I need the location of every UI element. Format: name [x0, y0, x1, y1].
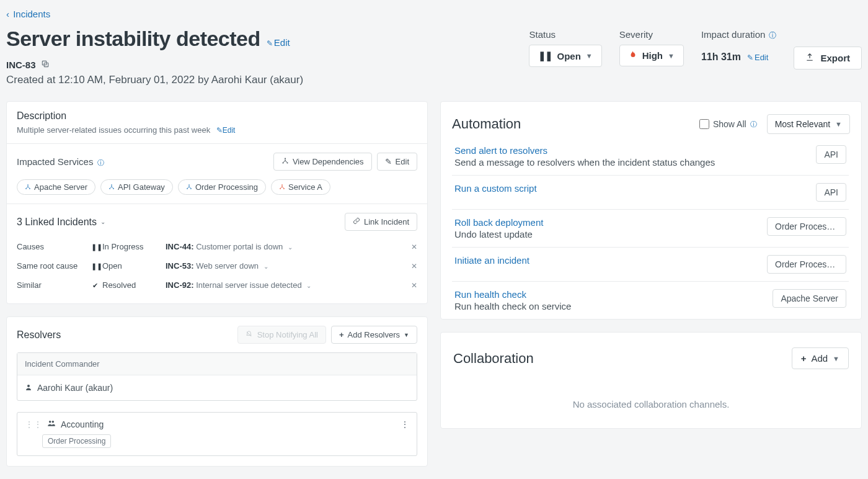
pause-icon: ❚❚: [538, 50, 552, 61]
info-icon[interactable]: ⓘ: [97, 159, 104, 166]
service-chip-label: Apache Server: [34, 182, 87, 192]
linked-incidents-table: Causes❚❚In ProgressINC-44: Customer port…: [17, 237, 417, 295]
automation-badge[interactable]: API: [816, 145, 846, 164]
show-all-checkbox[interactable]: Show All ⓘ: [699, 119, 757, 129]
unlink-button[interactable]: ✕: [399, 256, 417, 275]
stop-notifying-button: Stop Notifying All: [237, 326, 326, 344]
user-icon: [25, 383, 32, 393]
chevron-down-icon: ▼: [833, 355, 839, 362]
check-icon: ✔: [91, 282, 99, 290]
link-icon: [353, 217, 360, 226]
pause-icon: ❚❚: [91, 262, 99, 271]
pencil-icon: ✎: [216, 126, 223, 135]
linked-incident-row: Causes❚❚In ProgressINC-44: Customer port…: [17, 237, 417, 256]
automation-badge[interactable]: API: [816, 183, 846, 202]
resolver-group-box: ⋮⋮ Accounting ⋮ Order Processing: [17, 412, 417, 456]
service-chip[interactable]: Apache Server: [17, 179, 95, 195]
automation-badge[interactable]: Apache Server: [773, 289, 846, 308]
automation-title[interactable]: Roll back deployment: [454, 217, 757, 228]
severity-label: Severity: [619, 29, 684, 40]
automation-title[interactable]: Run health check: [454, 289, 763, 300]
svg-point-3: [282, 163, 283, 164]
incident-id: INC-83: [6, 60, 36, 70]
automation-title[interactable]: Run a custom script: [454, 183, 806, 194]
linked-status: ✔Resolved: [91, 275, 166, 295]
view-dependencies-button[interactable]: View Dependencies: [273, 153, 372, 171]
incident-commander-name: Aarohi Kaur (akaur): [37, 383, 113, 393]
svg-point-2: [285, 158, 286, 159]
add-collaboration-button[interactable]: + Add ▼: [792, 347, 849, 369]
impact-label: Impact duration ⓘ: [701, 29, 777, 41]
info-icon[interactable]: ⓘ: [750, 120, 757, 129]
status-dropdown[interactable]: ❚❚ Open ▼: [529, 45, 601, 67]
unlink-button[interactable]: ✕: [399, 237, 417, 256]
service-icon: [186, 184, 192, 191]
pause-icon: ❚❚: [91, 243, 99, 251]
svg-point-14: [281, 184, 283, 186]
export-button[interactable]: Export: [794, 47, 862, 69]
breadcrumb-label: Incidents: [13, 9, 50, 19]
copy-icon[interactable]: [41, 60, 50, 70]
chevron-down-icon[interactable]: ⌄: [264, 263, 268, 270]
chevron-down-icon: ▼: [404, 332, 409, 338]
service-icon: [279, 184, 285, 191]
chevron-down-icon[interactable]: ⌄: [288, 244, 293, 251]
edit-impacted-button[interactable]: ✎ Edit: [377, 153, 417, 171]
svg-point-8: [111, 184, 112, 186]
impacted-heading: Impacted Services: [17, 156, 93, 167]
automation-title[interactable]: Initiate an incident: [454, 255, 757, 266]
service-chip-label: Service A: [288, 182, 322, 192]
unlink-button[interactable]: ✕: [399, 275, 417, 295]
svg-point-16: [283, 188, 285, 189]
linked-incident-row: Same root cause❚❚OpenINC-53: Web server …: [17, 256, 417, 275]
linked-incidents-body: Causes❚❚In ProgressINC-44: Customer port…: [17, 237, 417, 295]
automation-description: Send a message to resolvers when the inc…: [454, 157, 806, 168]
chevron-down-icon: ▼: [668, 52, 675, 60]
created-at-line: Created at 12:10 AM, February 01, 2022 b…: [6, 74, 529, 86]
show-all-input[interactable]: [699, 119, 709, 129]
chevron-down-icon[interactable]: ⌄: [306, 282, 311, 289]
linked-incident-cell[interactable]: INC-92: Internal server issue detected ⌄: [166, 275, 399, 295]
severity-dropdown[interactable]: High ▼: [619, 45, 684, 66]
svg-point-9: [109, 188, 110, 189]
svg-point-5: [27, 184, 29, 186]
svg-point-11: [188, 184, 190, 186]
linked-relation: Causes: [17, 237, 91, 256]
linked-incidents-toggle[interactable]: 3 Linked Incidents ⌄: [17, 217, 105, 228]
service-chip-label: API Gateway: [118, 182, 165, 192]
linked-incident-cell[interactable]: INC-44: Customer portal is down ⌄: [166, 237, 399, 256]
service-chip-label: Order Processing: [195, 182, 258, 192]
pencil-icon: ✎: [747, 53, 753, 62]
automation-badge[interactable]: Order Processing: [767, 217, 846, 236]
edit-description-link[interactable]: ✎Edit: [216, 126, 236, 135]
edit-title-link[interactable]: ✎Edit: [267, 37, 290, 48]
edit-impact-link[interactable]: ✎Edit: [747, 53, 768, 62]
linked-incident-cell[interactable]: INC-53: Web server down ⌄: [166, 256, 399, 275]
automation-description: Run health check on service: [454, 301, 763, 311]
chevron-down-icon: ⌄: [100, 218, 105, 225]
automation-item: Roll back deploymentUndo latest updateOr…: [452, 209, 849, 247]
svg-point-4: [286, 163, 288, 164]
more-menu-button[interactable]: ⋮: [401, 419, 409, 429]
automation-title[interactable]: Send alert to resolvers: [454, 145, 806, 156]
linked-status: ❚❚In Progress: [91, 237, 166, 256]
service-chip[interactable]: Order Processing: [178, 179, 266, 195]
chevron-left-icon: ‹: [6, 9, 9, 19]
link-incident-button[interactable]: Link Incident: [345, 213, 417, 231]
automation-sort-dropdown[interactable]: Most Relevant ▼: [767, 114, 850, 134]
service-chip[interactable]: Service A: [271, 179, 330, 195]
svg-point-6: [25, 188, 27, 189]
flame-icon: [629, 50, 637, 61]
automation-item: Run a custom scriptAPI: [452, 175, 849, 209]
svg-point-12: [187, 188, 188, 189]
tree-icon: [281, 157, 289, 166]
automation-badge[interactable]: Order Processing: [767, 255, 846, 274]
automation-item: Initiate an incidentOrder Processing: [452, 247, 849, 281]
drag-handle-icon[interactable]: ⋮⋮: [25, 419, 42, 429]
breadcrumb-incidents[interactable]: ‹ Incidents: [6, 6, 862, 24]
automation-list[interactable]: Send alert to resolversSend a message to…: [452, 138, 850, 314]
info-icon[interactable]: ⓘ: [769, 31, 776, 40]
svg-point-10: [113, 188, 114, 189]
service-chip[interactable]: API Gateway: [100, 179, 173, 195]
add-resolvers-button[interactable]: + Add Resolvers ▼: [331, 326, 417, 344]
